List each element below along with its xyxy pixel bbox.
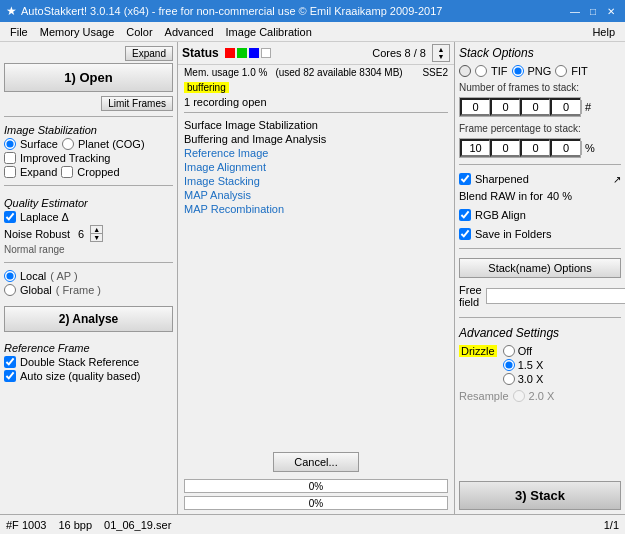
right-panel: Stack Options TIF PNG FIT Number of fram… xyxy=(455,42,625,514)
spin-up-icon[interactable]: ▲ xyxy=(91,226,102,234)
fit-radio[interactable] xyxy=(555,65,567,77)
drizzle-30x-label: 3.0 X xyxy=(518,373,544,385)
menu-advanced[interactable]: Advanced xyxy=(159,24,220,40)
png-radio[interactable] xyxy=(512,65,524,77)
sharpened-checkbox[interactable] xyxy=(459,173,471,185)
close-button[interactable]: ✕ xyxy=(603,3,619,19)
resample-row: Resample 2.0 X xyxy=(459,390,621,402)
stack-button[interactable]: 3) Stack xyxy=(459,481,621,510)
reference-frame-section: Reference Frame Double Stack Reference A… xyxy=(4,340,173,384)
global-label: Global xyxy=(20,284,52,296)
frame-label: ( Frame ) xyxy=(56,284,101,296)
double-stack-checkbox[interactable] xyxy=(4,356,16,368)
cancel-button[interactable]: Cancel... xyxy=(273,452,358,472)
sharpened-row: Sharpened ↗ xyxy=(459,173,621,185)
improved-tracking-checkbox[interactable] xyxy=(4,152,16,164)
drizzle-15x-label: 1.5 X xyxy=(518,359,544,371)
cropped-label: Cropped xyxy=(77,166,119,178)
limit-frames-button[interactable]: Limit Frames xyxy=(101,96,173,111)
surface-label: Surface xyxy=(20,138,58,150)
menu-color[interactable]: Color xyxy=(120,24,158,40)
blend-raw-label: Blend RAW in for xyxy=(459,190,543,202)
process-map-analysis: MAP Analysis xyxy=(184,189,448,201)
progress-bar-1: 0% xyxy=(184,479,448,493)
frame-input-1[interactable] xyxy=(460,98,490,116)
minimize-button[interactable]: — xyxy=(567,3,583,19)
maximize-button[interactable]: □ xyxy=(585,3,601,19)
pages-label: 1/1 xyxy=(604,519,619,531)
nav-arrows[interactable]: ▲ ▼ xyxy=(432,44,450,62)
pct-input-1[interactable] xyxy=(460,139,490,157)
image-stabilization-section: Image Stabilization Surface Planet (COG)… xyxy=(4,122,173,180)
frame-input-2[interactable] xyxy=(490,98,520,116)
pct-input-4[interactable] xyxy=(550,139,580,157)
drizzle-15x-radio[interactable] xyxy=(503,359,515,371)
free-field-input[interactable] xyxy=(486,288,625,304)
drizzle-off-label: Off xyxy=(518,345,532,357)
menu-memory-usage[interactable]: Memory Usage xyxy=(34,24,121,40)
drizzle-options: Off 1.5 X 3.0 X xyxy=(503,345,544,385)
filename-label: 01_06_19.ser xyxy=(104,519,171,531)
menu-help[interactable]: Help xyxy=(586,24,621,40)
frame-input-4[interactable] xyxy=(550,98,580,116)
window-title: AutoStakkert! 3.0.14 (x64) - free for no… xyxy=(21,5,567,17)
auto-size-checkbox[interactable] xyxy=(4,370,16,382)
process-alignment: Image Alignment xyxy=(184,161,448,173)
menu-image-calibration[interactable]: Image Calibration xyxy=(220,24,318,40)
pct-sign: % xyxy=(581,141,598,155)
mem-detail-text: (used 82 available 8304 MB) xyxy=(275,67,402,78)
fit-label: FIT xyxy=(571,65,588,77)
reference-frame-label: Reference Frame xyxy=(4,342,173,354)
analyse-button[interactable]: 2) Analyse xyxy=(4,306,173,332)
title-bar: ★ AutoStakkert! 3.0.14 (x64) - free for … xyxy=(0,0,625,22)
stack-name-button[interactable]: Stack(name) Options xyxy=(459,258,621,278)
laplace-checkbox[interactable] xyxy=(4,211,16,223)
drizzle-off-radio[interactable] xyxy=(503,345,515,357)
image-stabilization-label: Image Stabilization xyxy=(4,124,173,136)
process-buffering: Buffering and Image Analysis xyxy=(184,133,448,145)
progress-area: Cancel... 0% 0% xyxy=(178,448,454,514)
pct-input-2[interactable] xyxy=(490,139,520,157)
menu-file[interactable]: File xyxy=(4,24,34,40)
color-sq-green xyxy=(237,48,247,58)
noise-robust-label: Noise Robust xyxy=(4,228,70,240)
pct-input-3[interactable] xyxy=(520,139,550,157)
resample-20x-radio xyxy=(513,390,525,402)
planet-radio[interactable] xyxy=(62,138,74,150)
bottom-status-bar: #F 1003 16 bpp 01_06_19.ser 1/1 xyxy=(0,514,625,534)
center-panel: Status Cores 8 / 8 ▲ ▼ Mem. usage 1.0 % … xyxy=(178,42,455,514)
local-radio[interactable] xyxy=(4,270,16,282)
quality-estimator-label: Quality Estimator xyxy=(4,197,173,209)
color-sq-blue xyxy=(249,48,259,58)
save-folders-checkbox[interactable] xyxy=(459,228,471,240)
status-bar-top: Status Cores 8 / 8 ▲ ▼ xyxy=(178,42,454,65)
ap-label: ( AP ) xyxy=(50,270,77,282)
save-folders-label: Save in Folders xyxy=(475,228,551,240)
mem-usage-text: Mem. usage 1.0 % xyxy=(184,67,267,78)
hash-sign: # xyxy=(581,100,594,114)
arrow-icon: ↗ xyxy=(613,174,621,185)
frame-input-3[interactable] xyxy=(520,98,550,116)
drizzle-30x-radio[interactable] xyxy=(503,373,515,385)
frame-pct-label: Frame percentage to stack: xyxy=(459,123,621,134)
planet-label: Planet (COG) xyxy=(78,138,145,150)
laplace-label: Laplace Δ xyxy=(20,211,69,223)
sse-badge: SSE2 xyxy=(422,67,448,78)
process-stacking: Image Stacking xyxy=(184,175,448,187)
stack-options-title: Stack Options xyxy=(459,46,621,60)
global-radio[interactable] xyxy=(4,284,16,296)
expand-checkbox[interactable] xyxy=(4,166,16,178)
advanced-settings-title: Advanced Settings xyxy=(459,326,621,340)
expand-button[interactable]: Expand xyxy=(125,46,173,61)
surface-radio[interactable] xyxy=(4,138,16,150)
progress-bar-2: 0% xyxy=(184,496,448,510)
free-field-label: Free field xyxy=(459,284,482,308)
rgb-align-checkbox[interactable] xyxy=(459,209,471,221)
spin-down-icon[interactable]: ▼ xyxy=(91,234,102,241)
process-reference: Reference Image xyxy=(184,147,448,159)
open-button[interactable]: 1) Open xyxy=(4,63,173,92)
quality-estimator-section: Quality Estimator Laplace Δ Noise Robust… xyxy=(4,195,173,257)
tif-radio[interactable] xyxy=(475,65,487,77)
cropped-checkbox[interactable] xyxy=(61,166,73,178)
buffering-tag: buffering xyxy=(184,82,229,93)
